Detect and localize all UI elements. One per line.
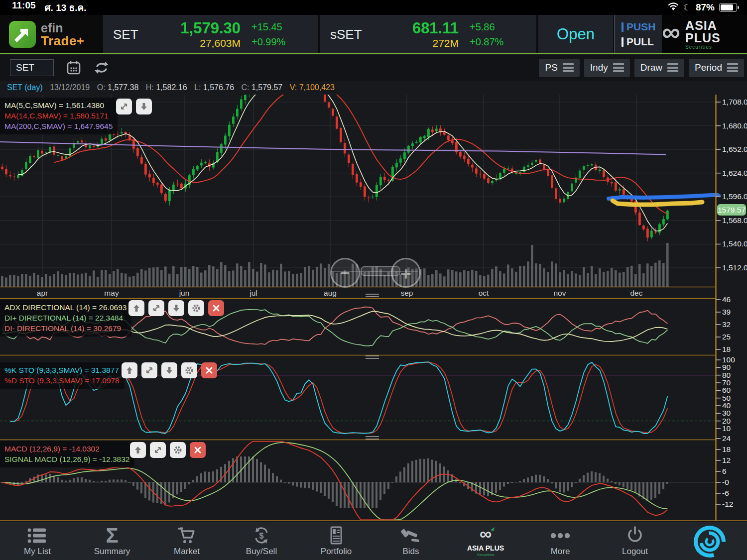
chart-expand-button[interactable] xyxy=(116,99,132,114)
chart-date: 13/12/2019 xyxy=(50,83,90,92)
svg-text:1,568.00: 1,568.00 xyxy=(722,216,747,224)
svg-text:oct: oct xyxy=(479,289,489,297)
push-bar-icon xyxy=(622,22,623,32)
menu-icon xyxy=(667,63,678,72)
power-icon xyxy=(623,526,646,545)
svg-text:nov: nov xyxy=(554,289,566,297)
adx-move-up-button[interactable] xyxy=(128,300,144,316)
asia-plus-infinity-icon: ∞ xyxy=(473,526,498,543)
adx-legend: ADX DIRECTIONAL (14) = 26.0693 DI+ DIREC… xyxy=(0,300,131,336)
symbol-input[interactable]: SET xyxy=(10,59,54,76)
gavel-icon xyxy=(399,526,422,545)
nav-buy-sell[interactable]: $ Buy/Sell xyxy=(224,522,299,560)
ma-legend: MA(5,C,SMAV) = 1,561.4380 MA(14,C,SMAV) … xyxy=(0,98,118,134)
svg-text:1,652.00: 1,652.00 xyxy=(722,145,747,153)
refresh-icon[interactable] xyxy=(94,60,110,76)
draw-button[interactable]: Draw xyxy=(634,59,684,77)
broker-sub: Securities xyxy=(685,44,747,50)
clock: 11:05 xyxy=(12,0,36,15)
svg-text:$: $ xyxy=(259,532,264,540)
push-pull-toggle[interactable]: PUSH PULL xyxy=(614,15,662,54)
indy-button[interactable]: Indy xyxy=(584,59,630,77)
calendar-icon[interactable] xyxy=(66,60,82,76)
sto-settings-button[interactable] xyxy=(181,362,197,378)
nav-asia-plus[interactable]: ∞ ASIA PLUS Securities xyxy=(448,522,523,560)
set-change-pct: +0.99% xyxy=(251,34,311,49)
list-icon xyxy=(26,526,49,545)
panel-resize-handle[interactable] xyxy=(366,436,379,441)
logo-text-trade: Trade+ xyxy=(41,34,85,47)
nav-more[interactable]: More xyxy=(523,522,598,560)
sto-move-up-button[interactable] xyxy=(122,362,137,378)
app-header: efin Trade+ SET 1,579.30 27,603M +15.45 … xyxy=(0,15,747,54)
macd-settings-button[interactable] xyxy=(170,442,186,458)
svg-text:25: 25 xyxy=(722,333,731,341)
nav-market[interactable]: Market xyxy=(149,522,224,560)
pull-label[interactable]: PULL xyxy=(626,36,654,48)
nav-bids[interactable]: Bids xyxy=(374,522,448,560)
nav-logout[interactable]: Logout xyxy=(598,522,672,560)
battery-percent: 87% xyxy=(696,2,715,13)
svg-text:-12: -12 xyxy=(722,500,733,508)
chart-collapse-button[interactable] xyxy=(136,99,152,114)
adx-close-button[interactable] xyxy=(208,300,224,316)
svg-text:Σ: Σ xyxy=(106,526,118,545)
macd-move-up-button[interactable] xyxy=(130,442,146,458)
svg-text:aug: aug xyxy=(324,289,337,297)
volume-value: 7,100,423 xyxy=(299,83,335,92)
chart-timeframe: (day) xyxy=(24,83,42,92)
set-value: 1,579.30 xyxy=(156,19,241,37)
chart-area: aprmayjunjulaugsepoctnovdec1,708.001,680… xyxy=(0,81,747,522)
svg-text:jun: jun xyxy=(179,289,190,297)
zoom-out-button[interactable]: − xyxy=(330,258,360,288)
adx-move-down-button[interactable] xyxy=(168,300,184,316)
set-change: +15.45 xyxy=(251,19,311,34)
sto-move-down-button[interactable] xyxy=(161,362,177,378)
period-button[interactable]: Period xyxy=(689,59,744,77)
logo-text-efin: efin xyxy=(41,22,85,34)
low-value: 1,576.76 xyxy=(203,83,234,92)
macd-close-button[interactable] xyxy=(190,442,206,458)
sset-value: 681.11 xyxy=(373,19,459,37)
set-volume: 27,603M xyxy=(156,37,241,49)
ps-button[interactable]: PS xyxy=(539,59,579,77)
svg-text:sep: sep xyxy=(401,289,413,297)
sto-close-button[interactable] xyxy=(201,362,217,378)
sto-expand-button[interactable] xyxy=(141,362,157,378)
macd-legend: MACD (12,26,9) = -14.0302 SIGNAL MACD (1… xyxy=(0,441,134,467)
svg-text:46: 46 xyxy=(722,295,731,304)
svg-text:∞: ∞ xyxy=(480,526,492,543)
market-status-text: Open xyxy=(557,25,595,43)
chart-toolbar: SET PS Indy Draw Period xyxy=(0,55,747,81)
macd-signal-legend: SIGNAL MACD (12,26,9) = -12.3832 xyxy=(4,454,129,464)
efin-trade-logo: efin Trade+ xyxy=(0,15,102,54)
nav-my-list[interactable]: My List xyxy=(0,522,75,560)
set-quote-panel[interactable]: SET 1,579.30 27,603M +15.45 +0.99% xyxy=(103,15,318,54)
panel-resize-handle[interactable] xyxy=(366,294,379,299)
panel-resize-handle[interactable] xyxy=(366,355,379,360)
ma14-legend: MA(14,C,SMAV) = 1,580.5171 xyxy=(4,111,113,121)
sset-quote-panel[interactable]: sSET 681.11 272M +5.86 +0.87% xyxy=(320,15,536,54)
nav-summary[interactable]: Σ Summary xyxy=(75,522,149,560)
svg-text:1,708.00: 1,708.00 xyxy=(722,98,747,106)
nav-efin-logo[interactable] xyxy=(672,522,747,560)
svg-text:1,540.00: 1,540.00 xyxy=(722,239,747,248)
nav-portfolio[interactable]: Portfolio xyxy=(299,522,374,560)
adx-settings-button[interactable] xyxy=(188,300,204,316)
do-not-disturb-moon-icon: ☾ xyxy=(683,2,691,13)
menu-icon xyxy=(613,63,624,72)
svg-text:dec: dec xyxy=(630,289,643,297)
svg-text:apr: apr xyxy=(37,289,48,297)
svg-text:12: 12 xyxy=(722,456,731,464)
ohlc-readout: SET (day) 13/12/2019 O: 1,577.38 H: 1,58… xyxy=(7,83,335,92)
adx-expand-button[interactable] xyxy=(148,300,164,316)
ma5-legend: MA(5,C,SMAV) = 1,561.4380 xyxy=(4,100,113,111)
more-dots-icon xyxy=(549,526,572,545)
efin-circle-icon xyxy=(693,525,727,559)
sto-legend: %K STO (9,3,3,SMAV) = 31.3877 %D STO (9,… xyxy=(0,362,124,389)
macd-expand-button[interactable] xyxy=(150,442,166,458)
push-label[interactable]: PUSH xyxy=(626,21,655,33)
svg-text:39: 39 xyxy=(722,308,731,316)
zoom-in-button[interactable]: ＋ xyxy=(391,258,421,288)
set-label: SET xyxy=(113,27,156,42)
